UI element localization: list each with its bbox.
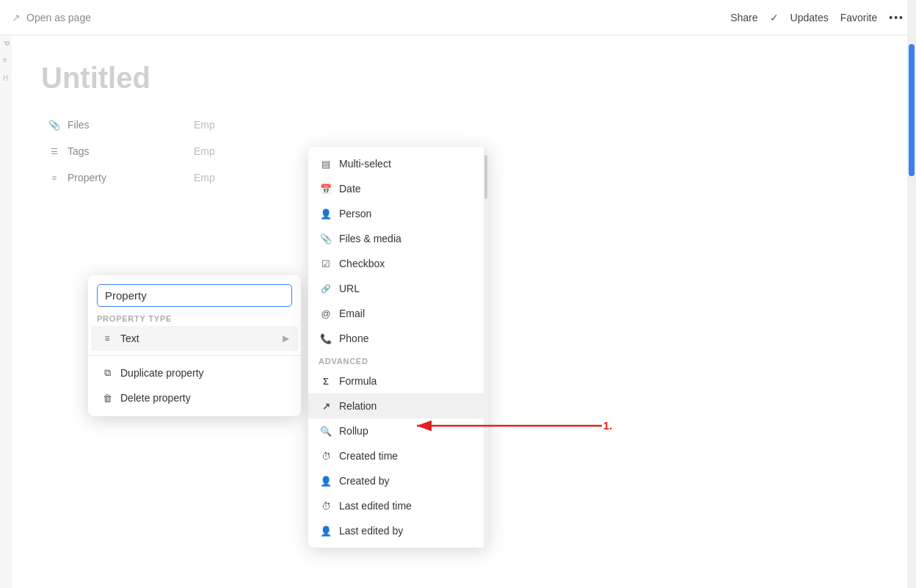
url-label: URL bbox=[339, 283, 360, 294]
last-edited-time-label: Last edited time bbox=[339, 500, 412, 512]
dropdown-files-media[interactable]: 📎 Files & media bbox=[308, 226, 488, 251]
sidebar-text-1: d bbox=[3, 41, 10, 46]
dropdown-relation[interactable]: ↗ Relation bbox=[308, 393, 488, 418]
files-value: Emp bbox=[194, 119, 215, 131]
trash-icon: 🗑 bbox=[100, 391, 114, 405]
relation-label: Relation bbox=[339, 400, 377, 412]
dropdown-url[interactable]: 🔗 URL bbox=[308, 276, 488, 301]
dropdown-created-by[interactable]: 👤 Created by bbox=[308, 468, 488, 493]
dropdown-last-edited-by[interactable]: 👤 Last edited by bbox=[308, 518, 488, 543]
last-edited-time-icon: ⏱ bbox=[319, 498, 333, 513]
tags-value: Emp bbox=[194, 145, 215, 157]
open-as-page-label[interactable]: Open as page bbox=[26, 12, 91, 23]
page-title[interactable]: Untitled bbox=[41, 62, 875, 95]
property-label: Property bbox=[68, 172, 185, 184]
dropdown-scrollbar[interactable] bbox=[484, 147, 488, 548]
advanced-section-label: ADVANCED bbox=[308, 351, 488, 369]
duplicate-label: Duplicate property bbox=[120, 367, 204, 379]
main-window: ↗ Open as page Share ✓ Updates Favorite … bbox=[0, 0, 916, 588]
created-by-label: Created by bbox=[339, 475, 389, 487]
text-type-label: Text bbox=[120, 333, 139, 344]
created-time-label: Created time bbox=[339, 450, 398, 462]
sidebar-text-3: H bbox=[3, 74, 10, 82]
last-edited-by-label: Last edited by bbox=[339, 525, 403, 537]
checkbox-label: Checkbox bbox=[339, 258, 385, 269]
multi-select-icon: ▤ bbox=[319, 156, 333, 171]
files-label: Files bbox=[68, 119, 185, 131]
phone-label: Phone bbox=[339, 333, 368, 344]
rollup-icon: 🔍 bbox=[319, 424, 333, 438]
open-as-page-icon: ↗ bbox=[12, 12, 21, 23]
main-scrollbar[interactable] bbox=[907, 0, 916, 588]
property-type-label: PROPERTY TYPE bbox=[88, 314, 301, 323]
dropdown-date[interactable]: 📅 Date bbox=[308, 176, 488, 201]
relation-icon: ↗ bbox=[319, 399, 333, 413]
tags-icon: ☰ bbox=[47, 144, 62, 159]
checkbox-icon: ☑ bbox=[319, 256, 333, 271]
phone-icon: 📞 bbox=[319, 331, 333, 346]
dropdown-rollup[interactable]: 🔍 Rollup bbox=[308, 418, 488, 443]
dropdown-scrollbar-thumb bbox=[484, 155, 487, 199]
formula-icon: Σ bbox=[319, 374, 333, 388]
share-button[interactable]: Share bbox=[730, 12, 757, 23]
check-icon: ✓ bbox=[770, 12, 779, 23]
property-icon: ≡ bbox=[47, 170, 62, 185]
tags-label: Tags bbox=[68, 145, 185, 157]
more-button[interactable]: ••• bbox=[889, 12, 904, 23]
date-label: Date bbox=[339, 183, 361, 195]
date-icon: 📅 bbox=[319, 181, 333, 196]
topbar: ↗ Open as page Share ✓ Updates Favorite … bbox=[0, 0, 916, 35]
text-type-icon: ≡ bbox=[100, 331, 114, 346]
files-icon: 📎 bbox=[47, 117, 62, 132]
multi-select-label: Multi-select bbox=[339, 158, 391, 170]
files-media-icon: 📎 bbox=[319, 231, 333, 246]
delete-property-item[interactable]: 🗑 Delete property bbox=[91, 385, 298, 410]
duplicate-property-item[interactable]: ⧉ Duplicate property bbox=[91, 360, 298, 385]
dropdown-formula[interactable]: Σ Formula bbox=[308, 369, 488, 393]
property-name-input[interactable] bbox=[97, 284, 292, 307]
rollup-label: Rollup bbox=[339, 425, 368, 437]
url-icon: 🔗 bbox=[319, 281, 333, 296]
text-type-item[interactable]: ≡ Text ▶ bbox=[91, 326, 298, 351]
email-icon: @ bbox=[319, 306, 333, 321]
dropdown-multi-select[interactable]: ▤ Multi-select bbox=[308, 151, 488, 176]
person-icon: 👤 bbox=[319, 206, 333, 221]
created-time-icon: ⏱ bbox=[319, 449, 333, 463]
dropdown-person[interactable]: 👤 Person bbox=[308, 201, 488, 226]
topbar-left: ↗ Open as page bbox=[12, 12, 91, 23]
duplicate-icon: ⧉ bbox=[100, 366, 114, 380]
dropdown-created-time[interactable]: ⏱ Created time bbox=[308, 443, 488, 468]
formula-label: Formula bbox=[339, 375, 377, 387]
type-dropdown: ▤ Multi-select 📅 Date 👤 Person 📎 Files &… bbox=[308, 147, 488, 548]
dropdown-checkbox[interactable]: ☑ Checkbox bbox=[308, 251, 488, 276]
dropdown-last-edited-time[interactable]: ⏱ Last edited time bbox=[308, 493, 488, 518]
created-by-icon: 👤 bbox=[319, 473, 333, 488]
last-edited-by-icon: 👤 bbox=[319, 523, 333, 538]
favorite-button[interactable]: Favorite bbox=[840, 12, 878, 23]
files-media-label: Files & media bbox=[339, 233, 401, 244]
topbar-right: Share ✓ Updates Favorite ••• bbox=[730, 12, 904, 23]
dropdown-phone[interactable]: 📞 Phone bbox=[308, 326, 488, 351]
property-row-files[interactable]: 📎 Files Emp bbox=[41, 112, 875, 137]
property-value: Emp bbox=[194, 172, 215, 184]
updates-button[interactable]: Updates bbox=[790, 12, 829, 23]
property-popup: PROPERTY TYPE ≡ Text ▶ ⧉ Duplicate prope… bbox=[88, 275, 301, 416]
email-label: Email bbox=[339, 308, 365, 319]
popup-divider bbox=[88, 355, 301, 356]
sidebar-text-2: e bbox=[3, 56, 10, 64]
delete-label: Delete property bbox=[120, 392, 191, 404]
person-label: Person bbox=[339, 208, 371, 219]
dropdown-email[interactable]: @ Email bbox=[308, 301, 488, 326]
main-scrollbar-thumb bbox=[909, 44, 915, 176]
chevron-icon: ▶ bbox=[283, 333, 289, 344]
